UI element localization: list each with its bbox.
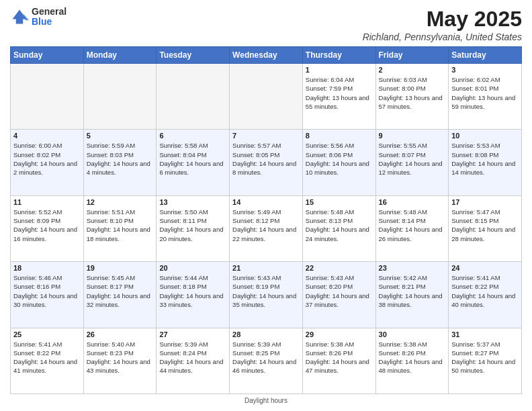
- day-info: Sunrise: 5:39 AM Sunset: 8:25 PM Dayligh…: [232, 340, 300, 375]
- day-info: Sunrise: 5:53 AM Sunset: 8:08 PM Dayligh…: [451, 141, 519, 177]
- day-number: 13: [159, 198, 226, 206]
- day-header-sunday: Sunday: [11, 47, 84, 64]
- day-number: 23: [379, 264, 446, 272]
- day-number: 8: [306, 132, 373, 140]
- day-number: 16: [379, 198, 446, 206]
- day-number: 26: [87, 330, 154, 338]
- day-info: Sunrise: 5:58 AM Sunset: 8:04 PM Dayligh…: [159, 141, 226, 177]
- day-cell: 9Sunrise: 5:55 AM Sunset: 8:07 PM Daylig…: [375, 130, 449, 195]
- day-info: Sunrise: 5:38 AM Sunset: 8:26 PM Dayligh…: [379, 340, 446, 375]
- subtitle: Richland, Pennsylvania, United States: [363, 32, 522, 42]
- week-row-3: 11Sunrise: 5:52 AM Sunset: 8:09 PM Dayli…: [11, 195, 522, 261]
- logo-blue-text: Blue: [32, 17, 66, 27]
- day-info: Sunrise: 5:55 AM Sunset: 8:07 PM Dayligh…: [379, 141, 446, 177]
- logo: General Blue: [10, 7, 66, 28]
- day-info: Sunrise: 5:49 AM Sunset: 8:12 PM Dayligh…: [232, 208, 300, 243]
- day-cell: 24Sunrise: 5:41 AM Sunset: 8:22 PM Dayli…: [449, 262, 522, 328]
- day-number: 6: [159, 132, 226, 140]
- day-info: Sunrise: 5:48 AM Sunset: 8:14 PM Dayligh…: [379, 208, 446, 243]
- day-cell: 3Sunrise: 6:02 AM Sunset: 8:01 PM Daylig…: [449, 64, 522, 130]
- day-cell: 28Sunrise: 5:39 AM Sunset: 8:25 PM Dayli…: [230, 328, 303, 394]
- day-info: Sunrise: 5:48 AM Sunset: 8:13 PM Dayligh…: [306, 208, 373, 243]
- title-block: May 2025 Richland, Pennsylvania, United …: [363, 7, 522, 42]
- header-row: SundayMondayTuesdayWednesdayThursdayFrid…: [11, 47, 522, 64]
- calendar-table: SundayMondayTuesdayWednesdayThursdayFrid…: [10, 46, 522, 394]
- day-info: Sunrise: 5:50 AM Sunset: 8:11 PM Dayligh…: [159, 208, 226, 243]
- day-number: 27: [159, 330, 226, 338]
- day-number: 10: [451, 132, 519, 140]
- day-number: 1: [306, 66, 373, 74]
- week-row-4: 18Sunrise: 5:46 AM Sunset: 8:16 PM Dayli…: [11, 262, 522, 328]
- day-number: 12: [87, 198, 154, 206]
- day-info: Sunrise: 5:42 AM Sunset: 8:21 PM Dayligh…: [379, 273, 446, 309]
- day-cell: 14Sunrise: 5:49 AM Sunset: 8:12 PM Dayli…: [230, 195, 303, 261]
- week-row-5: 25Sunrise: 5:41 AM Sunset: 8:22 PM Dayli…: [11, 328, 522, 394]
- day-info: Sunrise: 5:43 AM Sunset: 8:20 PM Dayligh…: [306, 273, 373, 309]
- day-cell: 1Sunrise: 6:04 AM Sunset: 7:59 PM Daylig…: [302, 64, 375, 130]
- day-info: Sunrise: 5:40 AM Sunset: 8:23 PM Dayligh…: [87, 340, 154, 375]
- day-number: 19: [87, 264, 154, 272]
- day-number: 30: [379, 330, 446, 338]
- day-info: Sunrise: 5:43 AM Sunset: 8:19 PM Dayligh…: [232, 273, 300, 309]
- day-number: 18: [13, 264, 81, 272]
- day-number: 21: [232, 264, 300, 272]
- day-info: Sunrise: 5:37 AM Sunset: 8:27 PM Dayligh…: [451, 340, 519, 375]
- day-cell: 8Sunrise: 5:56 AM Sunset: 8:06 PM Daylig…: [302, 130, 375, 195]
- day-number: 14: [232, 198, 300, 206]
- day-cell: 6Sunrise: 5:58 AM Sunset: 8:04 PM Daylig…: [157, 130, 230, 195]
- day-number: 3: [451, 66, 519, 74]
- day-cell: 10Sunrise: 5:53 AM Sunset: 8:08 PM Dayli…: [449, 130, 522, 195]
- day-cell: 16Sunrise: 5:48 AM Sunset: 8:14 PM Dayli…: [375, 195, 449, 261]
- day-cell: 18Sunrise: 5:46 AM Sunset: 8:16 PM Dayli…: [11, 262, 84, 328]
- day-info: Sunrise: 6:02 AM Sunset: 8:01 PM Dayligh…: [451, 75, 519, 111]
- day-cell: [11, 64, 84, 130]
- day-info: Sunrise: 5:51 AM Sunset: 8:10 PM Dayligh…: [87, 208, 154, 243]
- day-number: 11: [13, 198, 81, 206]
- day-info: Sunrise: 5:39 AM Sunset: 8:24 PM Dayligh…: [159, 340, 226, 375]
- day-cell: 7Sunrise: 5:57 AM Sunset: 8:05 PM Daylig…: [230, 130, 303, 195]
- day-info: Sunrise: 6:04 AM Sunset: 7:59 PM Dayligh…: [306, 75, 373, 111]
- day-cell: [83, 64, 157, 130]
- day-cell: [157, 64, 230, 130]
- day-info: Sunrise: 5:47 AM Sunset: 8:15 PM Dayligh…: [451, 208, 519, 243]
- day-number: 25: [13, 330, 81, 338]
- day-info: Sunrise: 5:45 AM Sunset: 8:17 PM Dayligh…: [87, 273, 154, 309]
- day-cell: 20Sunrise: 5:44 AM Sunset: 8:18 PM Dayli…: [157, 262, 230, 328]
- day-cell: 30Sunrise: 5:38 AM Sunset: 8:26 PM Dayli…: [375, 328, 449, 394]
- day-header-thursday: Thursday: [302, 47, 375, 64]
- day-cell: 2Sunrise: 6:03 AM Sunset: 8:00 PM Daylig…: [375, 64, 449, 130]
- day-cell: 27Sunrise: 5:39 AM Sunset: 8:24 PM Dayli…: [157, 328, 230, 394]
- day-header-saturday: Saturday: [449, 47, 522, 64]
- day-cell: 13Sunrise: 5:50 AM Sunset: 8:11 PM Dayli…: [157, 195, 230, 261]
- day-cell: 29Sunrise: 5:38 AM Sunset: 8:26 PM Dayli…: [302, 328, 375, 394]
- day-info: Sunrise: 5:59 AM Sunset: 8:03 PM Dayligh…: [87, 141, 154, 177]
- day-header-monday: Monday: [83, 47, 157, 64]
- day-number: 2: [379, 66, 446, 74]
- day-info: Sunrise: 5:46 AM Sunset: 8:16 PM Dayligh…: [13, 273, 81, 309]
- footer-note: Daylight hours: [10, 397, 522, 404]
- day-info: Sunrise: 5:41 AM Sunset: 8:22 PM Dayligh…: [451, 273, 519, 309]
- day-info: Sunrise: 5:41 AM Sunset: 8:22 PM Dayligh…: [13, 340, 81, 375]
- day-header-tuesday: Tuesday: [157, 47, 230, 64]
- day-cell: 15Sunrise: 5:48 AM Sunset: 8:13 PM Dayli…: [302, 195, 375, 261]
- day-info: Sunrise: 6:00 AM Sunset: 8:02 PM Dayligh…: [13, 141, 81, 177]
- week-row-1: 1Sunrise: 6:04 AM Sunset: 7:59 PM Daylig…: [11, 64, 522, 130]
- day-info: Sunrise: 5:52 AM Sunset: 8:09 PM Dayligh…: [13, 208, 81, 243]
- page: General Blue May 2025 Richland, Pennsylv…: [0, 0, 532, 411]
- day-number: 20: [159, 264, 226, 272]
- day-cell: 11Sunrise: 5:52 AM Sunset: 8:09 PM Dayli…: [11, 195, 84, 261]
- day-cell: 26Sunrise: 5:40 AM Sunset: 8:23 PM Dayli…: [83, 328, 157, 394]
- day-info: Sunrise: 5:56 AM Sunset: 8:06 PM Dayligh…: [306, 141, 373, 177]
- day-cell: 12Sunrise: 5:51 AM Sunset: 8:10 PM Dayli…: [83, 195, 157, 261]
- day-number: 5: [87, 132, 154, 140]
- day-cell: 22Sunrise: 5:43 AM Sunset: 8:20 PM Dayli…: [302, 262, 375, 328]
- day-cell: 25Sunrise: 5:41 AM Sunset: 8:22 PM Dayli…: [11, 328, 84, 394]
- logo-icon: [10, 7, 29, 26]
- day-cell: 19Sunrise: 5:45 AM Sunset: 8:17 PM Dayli…: [83, 262, 157, 328]
- logo-text: General Blue: [32, 7, 66, 28]
- day-number: 17: [451, 198, 519, 206]
- day-cell: [230, 64, 303, 130]
- day-info: Sunrise: 6:03 AM Sunset: 8:00 PM Dayligh…: [379, 75, 446, 111]
- day-cell: 17Sunrise: 5:47 AM Sunset: 8:15 PM Dayli…: [449, 195, 522, 261]
- day-number: 24: [451, 264, 519, 272]
